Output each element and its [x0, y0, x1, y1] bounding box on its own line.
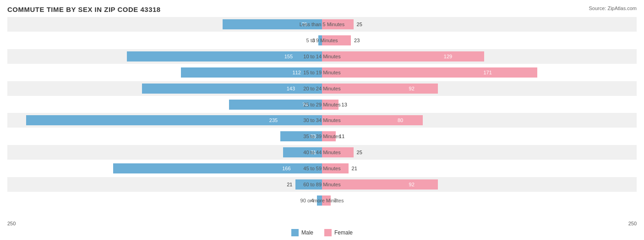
chart-container: COMMUTE TIME BY SEX IN ZIP CODE 43318 So…	[0, 0, 644, 240]
bar-male	[223, 19, 322, 29]
value-female: 21	[352, 166, 357, 171]
value-male: 143	[287, 86, 295, 91]
bar-row: 741325 to 29 Minutes	[7, 97, 637, 112]
bar-female	[322, 67, 537, 78]
female-label: Female	[334, 229, 353, 236]
value-female: 25	[357, 22, 362, 27]
value-female: 92	[409, 182, 415, 187]
bar-row: 331135 to 39 Minutes	[7, 129, 637, 144]
bar-female	[322, 84, 438, 94]
bar-row: 3235 to 9 Minutes	[7, 33, 637, 48]
bar-female	[322, 19, 354, 29]
bar-female	[322, 100, 338, 110]
value-female: 171	[483, 70, 491, 75]
value-female: 25	[357, 150, 362, 155]
bar-row: 1662145 to 59 Minutes	[7, 161, 637, 176]
value-female: 129	[444, 54, 452, 59]
value-male: 166	[282, 166, 290, 171]
value-male: 74	[302, 102, 308, 107]
value-male: 155	[284, 54, 293, 59]
bar-female	[322, 51, 484, 61]
bar-female	[322, 131, 336, 141]
bar-row: 7925Less than 5 Minutes	[7, 17, 637, 32]
value-male: 33	[310, 134, 316, 139]
male-swatch	[291, 229, 299, 236]
bars-area: 7925Less than 5 Minutes3235 to 9 Minutes…	[7, 17, 637, 208]
value-female: 11	[339, 134, 344, 139]
bar-row: 11217115 to 19 Minutes	[7, 65, 637, 80]
bar-row: 1439220 to 24 Minutes	[7, 81, 637, 96]
bar-female	[322, 35, 351, 45]
value-male: 4	[311, 198, 314, 203]
value-female: 13	[342, 102, 347, 107]
bar-row: 312540 to 44 Minutes	[7, 145, 637, 160]
female-swatch	[324, 229, 332, 236]
bar-male	[127, 51, 322, 61]
bar-female	[322, 179, 438, 190]
axis-label-left: 250	[7, 221, 16, 226]
bar-female	[322, 163, 349, 173]
axis-label-right: 250	[628, 221, 637, 226]
bar-male	[318, 35, 322, 45]
legend-male: Male	[291, 229, 313, 236]
value-female: 7	[334, 198, 337, 203]
value-male: 31	[311, 150, 316, 155]
value-female: 92	[409, 86, 415, 91]
bar-male	[295, 179, 322, 190]
bar-row: 2358030 to 34 Minutes	[7, 113, 637, 128]
bar-female	[322, 195, 331, 206]
male-label: Male	[301, 229, 313, 236]
value-female: 23	[354, 38, 360, 43]
bar-male	[317, 195, 322, 206]
value-male: 235	[269, 117, 278, 123]
bar-row: 4790 or more Minutes	[7, 193, 637, 208]
chart-title: COMMUTE TIME BY SEX IN ZIP CODE 43318	[7, 6, 637, 13]
value-male: 3	[312, 38, 315, 43]
value-male: 21	[287, 182, 292, 187]
legend: Male Female	[291, 229, 353, 236]
bar-female	[322, 147, 354, 157]
bar-female	[322, 115, 423, 125]
value-female: 80	[398, 117, 403, 123]
source-label: Source: ZipAtlas.com	[589, 6, 637, 11]
value-male: 79	[301, 22, 307, 27]
bar-row: 15512910 to 14 Minutes	[7, 49, 637, 64]
legend-female: Female	[324, 229, 353, 236]
bar-row: 219260 to 89 Minutes	[7, 177, 637, 192]
value-male: 112	[292, 70, 300, 75]
